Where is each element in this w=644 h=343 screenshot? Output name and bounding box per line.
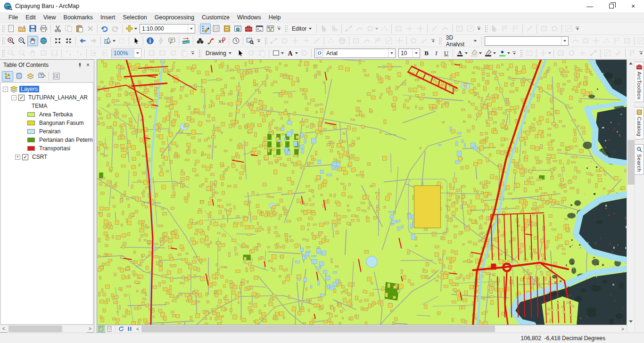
paste-button[interactable] — [74, 24, 85, 34]
drawing-select-elements-tool[interactable] — [235, 48, 246, 58]
pin-icon[interactable] — [76, 61, 84, 69]
toolbar-grip[interactable] — [1, 49, 5, 57]
bold-button[interactable]: B — [421, 48, 431, 58]
italic-button[interactable]: I — [431, 48, 441, 58]
toolbar-overflow-icon[interactable] — [638, 48, 644, 58]
html-popup-tool[interactable] — [166, 36, 177, 46]
toolbar-grip[interactable] — [520, 49, 523, 57]
scroll-right-icon[interactable]: > — [86, 325, 94, 333]
expand-icon[interactable]: + — [15, 155, 20, 160]
tree-row[interactable]: Area Terbuka — [1, 110, 93, 119]
marker-color-button[interactable] — [497, 48, 511, 58]
toolbar-grip[interactable] — [264, 37, 267, 45]
menu-item-edit[interactable]: Edit — [22, 13, 40, 22]
menu-item-insert[interactable]: Insert — [97, 13, 119, 22]
tree-row[interactable]: Bangunan Fasum — [1, 119, 93, 127]
table-of-contents-window-button[interactable] — [211, 24, 222, 34]
layer-checkbox[interactable]: ✓ — [22, 154, 28, 160]
scroll-left-icon[interactable]: < — [134, 325, 141, 333]
menu-item-customize[interactable]: Customize — [198, 13, 233, 22]
pause-drawing-button[interactable] — [125, 326, 134, 333]
toolbar-grip[interactable] — [1, 24, 5, 33]
scroll-thumb[interactable] — [141, 326, 495, 332]
list-by-drawing-order-button[interactable] — [2, 71, 13, 82]
toolbar-overflow-icon[interactable] — [190, 48, 196, 58]
toolbar-grip[interactable] — [484, 24, 487, 33]
drawing-menu[interactable]: Drawing — [202, 48, 235, 58]
font-size-combo[interactable]: 10 — [398, 49, 420, 58]
identify-tool[interactable] — [145, 36, 156, 46]
menu-item-bookmarks[interactable]: Bookmarks — [60, 13, 97, 22]
list-by-selection-button[interactable] — [36, 71, 47, 82]
undo-button[interactable] — [99, 24, 110, 34]
create-viewer-window-button[interactable] — [245, 36, 256, 46]
modelbuilder-button[interactable] — [265, 24, 276, 34]
close-icon[interactable]: × — [84, 61, 92, 69]
scroll-right-icon[interactable]: > — [619, 325, 627, 333]
toc-horizontal-scrollbar[interactable]: < > — [0, 325, 94, 332]
toolbar-overflow-icon[interactable] — [476, 24, 482, 34]
scroll-up-icon[interactable] — [627, 59, 635, 67]
close-button[interactable]: × — [622, 0, 644, 12]
tab-arctoolbox[interactable]: ArcToolbox — [635, 62, 644, 102]
add-data-button[interactable] — [124, 24, 138, 34]
select-features-tool[interactable] — [102, 36, 116, 46]
tree-row[interactable]: Perairan — [1, 127, 93, 136]
go-back-extent-button[interactable] — [77, 36, 88, 46]
select-elements-tool[interactable] — [131, 36, 141, 46]
editor-menu[interactable]: Editor — [289, 24, 315, 34]
toolbar-overflow-icon[interactable] — [574, 24, 580, 34]
menu-item-help[interactable]: Help — [265, 13, 285, 22]
data-view-button[interactable] — [97, 326, 105, 333]
minimize-button[interactable]: — — [579, 0, 601, 12]
toolbar-overflow-icon[interactable] — [430, 36, 436, 46]
full-extent-button[interactable] — [38, 36, 49, 46]
find-route-button[interactable] — [206, 36, 216, 46]
menu-item-geoprocessing[interactable]: Geoprocessing — [151, 13, 198, 22]
map-canvas[interactable] — [97, 59, 627, 325]
map-vertical-scrollbar[interactable] — [627, 59, 635, 333]
measure-tool[interactable] — [181, 36, 191, 46]
menu-item-windows[interactable]: Windows — [233, 13, 265, 22]
line-color-button[interactable] — [483, 48, 497, 58]
layout-zoom-combo[interactable]: 100% — [111, 49, 141, 58]
collapse-icon[interactable]: - — [11, 95, 17, 100]
edit-toolbar-toggle-button[interactable] — [200, 24, 211, 34]
menu-item-view[interactable]: View — [40, 13, 60, 22]
print-button[interactable] — [38, 24, 49, 34]
scroll-thumb[interactable] — [627, 140, 635, 185]
list-by-visibility-button[interactable] — [25, 71, 36, 82]
go-to-xy-button[interactable]: XY — [216, 36, 227, 46]
map-horizontal-scrollbar[interactable] — [141, 325, 619, 333]
catalog-window-button[interactable] — [222, 24, 232, 34]
pan-tool[interactable] — [27, 36, 38, 46]
layout-view-button[interactable] — [105, 326, 114, 333]
map-scale-combo[interactable]: 1:10.000 — [140, 24, 195, 33]
list-by-source-button[interactable] — [13, 71, 25, 82]
collapse-icon[interactable]: - — [3, 87, 8, 92]
toc-options-button[interactable] — [50, 71, 62, 82]
underline-button[interactable]: U — [441, 48, 451, 58]
save-button[interactable] — [27, 24, 38, 34]
scroll-thumb[interactable] — [8, 326, 62, 332]
toolbar-grip[interactable] — [1, 37, 5, 45]
tree-row[interactable]: Transportasi — [1, 144, 93, 153]
toolbar-overflow-icon[interactable] — [511, 48, 517, 58]
3d-analyst-layer-combo[interactable] — [485, 36, 569, 46]
arctoolbox-window-button[interactable] — [243, 24, 254, 34]
font-color-button[interactable]: A — [454, 48, 469, 58]
tree-row[interactable]: +✓CSRT — [1, 153, 93, 161]
restore-button[interactable] — [601, 0, 622, 12]
toolbar-overflow-icon[interactable] — [276, 24, 282, 34]
font-combo[interactable]: OArial — [314, 49, 396, 58]
toolbar-grip[interactable] — [198, 49, 201, 57]
text-draw-tool[interactable]: A — [285, 48, 299, 58]
find-tool[interactable] — [195, 36, 206, 46]
tab-search[interactable]: Search — [635, 144, 644, 175]
toolbar-grip[interactable] — [438, 37, 442, 45]
layer-checkbox[interactable]: ✓ — [18, 95, 25, 101]
refresh-view-button[interactable] — [117, 326, 125, 333]
zoom-out-tool[interactable] — [17, 36, 27, 46]
tab-catalog[interactable]: Catalog — [635, 107, 644, 139]
cut-button[interactable] — [52, 24, 63, 34]
